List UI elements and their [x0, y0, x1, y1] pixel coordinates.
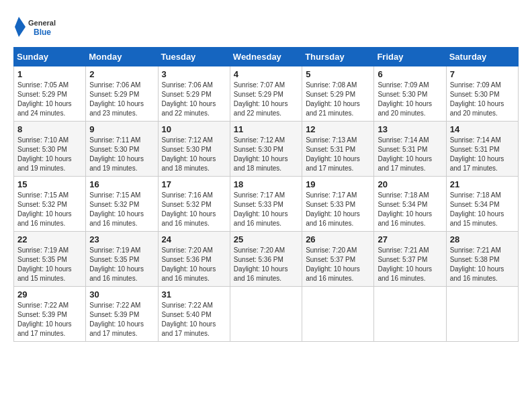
- calendar-cell: 30 Sunrise: 7:22 AM Sunset: 5:39 PM Dayl…: [86, 287, 158, 342]
- weekday-header: Tuesday: [158, 48, 230, 66]
- calendar-cell: 25 Sunrise: 7:20 AM Sunset: 5:36 PM Dayl…: [230, 232, 302, 287]
- day-number: 5: [306, 69, 370, 79]
- day-number: 9: [89, 124, 154, 134]
- calendar-cell: 7 Sunrise: 7:09 AM Sunset: 5:30 PM Dayli…: [446, 66, 518, 122]
- day-number: 1: [17, 69, 82, 79]
- day-number: 31: [162, 289, 226, 300]
- calendar-cell: 13 Sunrise: 7:14 AM Sunset: 5:31 PM Dayl…: [374, 122, 446, 177]
- cell-info: Sunrise: 7:15 AM Sunset: 5:32 PM Dayligh…: [89, 191, 154, 228]
- calendar-cell: [374, 287, 446, 342]
- calendar-cell: 14 Sunrise: 7:14 AM Sunset: 5:31 PM Dayl…: [446, 122, 518, 177]
- day-number: 13: [378, 124, 442, 134]
- day-number: 7: [450, 69, 515, 79]
- cell-info: Sunrise: 7:18 AM Sunset: 5:34 PM Dayligh…: [450, 191, 515, 228]
- cell-info: Sunrise: 7:09 AM Sunset: 5:30 PM Dayligh…: [378, 81, 442, 118]
- cell-info: Sunrise: 7:06 AM Sunset: 5:29 PM Dayligh…: [89, 81, 154, 118]
- logo: General Blue: [13, 13, 67, 40]
- weekday-header: Sunday: [14, 48, 86, 66]
- calendar-cell: 8 Sunrise: 7:10 AM Sunset: 5:30 PM Dayli…: [14, 122, 86, 177]
- day-number: 8: [17, 124, 82, 134]
- calendar-cell: 20 Sunrise: 7:18 AM Sunset: 5:34 PM Dayl…: [374, 177, 446, 232]
- cell-info: Sunrise: 7:20 AM Sunset: 5:37 PM Dayligh…: [306, 246, 370, 283]
- page-header: General Blue: [13, 13, 519, 40]
- cell-info: Sunrise: 7:07 AM Sunset: 5:29 PM Dayligh…: [234, 81, 298, 118]
- cell-info: Sunrise: 7:05 AM Sunset: 5:29 PM Dayligh…: [17, 81, 82, 118]
- weekday-header: Thursday: [302, 48, 374, 66]
- cell-info: Sunrise: 7:09 AM Sunset: 5:30 PM Dayligh…: [450, 81, 515, 118]
- day-number: 25: [234, 234, 298, 244]
- cell-info: Sunrise: 7:06 AM Sunset: 5:29 PM Dayligh…: [162, 81, 226, 118]
- cell-info: Sunrise: 7:17 AM Sunset: 5:33 PM Dayligh…: [234, 191, 298, 228]
- day-number: 28: [450, 234, 515, 244]
- day-number: 15: [17, 179, 82, 189]
- calendar-cell: 9 Sunrise: 7:11 AM Sunset: 5:30 PM Dayli…: [86, 122, 158, 177]
- cell-info: Sunrise: 7:21 AM Sunset: 5:37 PM Dayligh…: [378, 246, 442, 283]
- day-number: 30: [89, 289, 154, 300]
- calendar-cell: 4 Sunrise: 7:07 AM Sunset: 5:29 PM Dayli…: [230, 66, 302, 122]
- cell-info: Sunrise: 7:08 AM Sunset: 5:29 PM Dayligh…: [306, 81, 370, 118]
- calendar-cell: 28 Sunrise: 7:21 AM Sunset: 5:38 PM Dayl…: [446, 232, 518, 287]
- logo-svg: General Blue: [13, 13, 67, 40]
- day-number: 23: [89, 234, 154, 244]
- day-number: 6: [378, 69, 442, 79]
- cell-info: Sunrise: 7:22 AM Sunset: 5:39 PM Dayligh…: [17, 301, 82, 338]
- calendar-cell: 5 Sunrise: 7:08 AM Sunset: 5:29 PM Dayli…: [302, 66, 374, 122]
- cell-info: Sunrise: 7:22 AM Sunset: 5:39 PM Dayligh…: [89, 301, 154, 338]
- cell-info: Sunrise: 7:14 AM Sunset: 5:31 PM Dayligh…: [378, 136, 442, 173]
- calendar-week-row: 22 Sunrise: 7:19 AM Sunset: 5:35 PM Dayl…: [14, 232, 519, 287]
- cell-info: Sunrise: 7:20 AM Sunset: 5:36 PM Dayligh…: [234, 246, 298, 283]
- day-number: 17: [162, 179, 226, 189]
- cell-info: Sunrise: 7:17 AM Sunset: 5:33 PM Dayligh…: [306, 191, 370, 228]
- calendar-week-row: 15 Sunrise: 7:15 AM Sunset: 5:32 PM Dayl…: [14, 177, 519, 232]
- calendar-cell: 29 Sunrise: 7:22 AM Sunset: 5:39 PM Dayl…: [14, 287, 86, 342]
- calendar-cell: 12 Sunrise: 7:13 AM Sunset: 5:31 PM Dayl…: [302, 122, 374, 177]
- weekday-header: Saturday: [446, 48, 518, 66]
- day-number: 14: [450, 124, 515, 134]
- day-number: 21: [450, 179, 515, 189]
- calendar-cell: 17 Sunrise: 7:16 AM Sunset: 5:32 PM Dayl…: [158, 177, 230, 232]
- calendar-cell: 27 Sunrise: 7:21 AM Sunset: 5:37 PM Dayl…: [374, 232, 446, 287]
- calendar-header-row: SundayMondayTuesdayWednesdayThursdayFrid…: [14, 48, 519, 66]
- day-number: 4: [234, 69, 298, 79]
- day-number: 18: [234, 179, 298, 189]
- calendar-cell: 6 Sunrise: 7:09 AM Sunset: 5:30 PM Dayli…: [374, 66, 446, 122]
- weekday-header: Wednesday: [230, 48, 302, 66]
- calendar-cell: 21 Sunrise: 7:18 AM Sunset: 5:34 PM Dayl…: [446, 177, 518, 232]
- calendar-cell: [302, 287, 374, 342]
- cell-info: Sunrise: 7:20 AM Sunset: 5:36 PM Dayligh…: [162, 246, 226, 283]
- calendar-cell: 10 Sunrise: 7:12 AM Sunset: 5:30 PM Dayl…: [158, 122, 230, 177]
- day-number: 22: [17, 234, 82, 244]
- cell-info: Sunrise: 7:16 AM Sunset: 5:32 PM Dayligh…: [162, 191, 226, 228]
- svg-text:Blue: Blue: [34, 28, 51, 37]
- cell-info: Sunrise: 7:21 AM Sunset: 5:38 PM Dayligh…: [450, 246, 515, 283]
- calendar-cell: 1 Sunrise: 7:05 AM Sunset: 5:29 PM Dayli…: [14, 66, 86, 122]
- svg-marker-2: [15, 17, 26, 37]
- day-number: 16: [89, 179, 154, 189]
- cell-info: Sunrise: 7:12 AM Sunset: 5:30 PM Dayligh…: [162, 136, 226, 173]
- day-number: 26: [306, 234, 370, 244]
- day-number: 29: [17, 289, 82, 300]
- day-number: 12: [306, 124, 370, 134]
- cell-info: Sunrise: 7:15 AM Sunset: 5:32 PM Dayligh…: [17, 191, 82, 228]
- calendar-cell: 2 Sunrise: 7:06 AM Sunset: 5:29 PM Dayli…: [86, 66, 158, 122]
- calendar-cell: 11 Sunrise: 7:12 AM Sunset: 5:30 PM Dayl…: [230, 122, 302, 177]
- calendar-cell: 22 Sunrise: 7:19 AM Sunset: 5:35 PM Dayl…: [14, 232, 86, 287]
- calendar-table: SundayMondayTuesdayWednesdayThursdayFrid…: [13, 47, 519, 342]
- calendar-cell: 15 Sunrise: 7:15 AM Sunset: 5:32 PM Dayl…: [14, 177, 86, 232]
- cell-info: Sunrise: 7:11 AM Sunset: 5:30 PM Dayligh…: [89, 136, 154, 173]
- calendar-week-row: 8 Sunrise: 7:10 AM Sunset: 5:30 PM Dayli…: [14, 122, 519, 177]
- calendar-week-row: 29 Sunrise: 7:22 AM Sunset: 5:39 PM Dayl…: [14, 287, 519, 342]
- cell-info: Sunrise: 7:19 AM Sunset: 5:35 PM Dayligh…: [89, 246, 154, 283]
- cell-info: Sunrise: 7:22 AM Sunset: 5:40 PM Dayligh…: [162, 301, 226, 338]
- day-number: 20: [378, 179, 442, 189]
- calendar-cell: 26 Sunrise: 7:20 AM Sunset: 5:37 PM Dayl…: [302, 232, 374, 287]
- cell-info: Sunrise: 7:10 AM Sunset: 5:30 PM Dayligh…: [17, 136, 82, 173]
- weekday-header: Friday: [374, 48, 446, 66]
- day-number: 10: [162, 124, 226, 134]
- calendar-cell: 24 Sunrise: 7:20 AM Sunset: 5:36 PM Dayl…: [158, 232, 230, 287]
- calendar-cell: [230, 287, 302, 342]
- day-number: 27: [378, 234, 442, 244]
- day-number: 11: [234, 124, 298, 134]
- calendar-cell: 3 Sunrise: 7:06 AM Sunset: 5:29 PM Dayli…: [158, 66, 230, 122]
- day-number: 24: [162, 234, 226, 244]
